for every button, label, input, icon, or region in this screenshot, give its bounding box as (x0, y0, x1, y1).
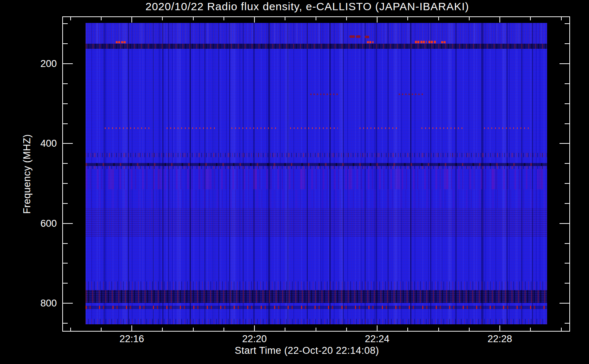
plot-frame (62, 16, 570, 332)
y-tick-label: 600 (21, 218, 57, 229)
x-tick-label: 22:28 (474, 333, 525, 345)
y-tick-label: 200 (21, 58, 57, 70)
x-axis-title: Start Time (22-Oct-20 22:14:08) (235, 345, 379, 356)
y-axis-title: Frequency (MHZ) (21, 134, 33, 214)
x-tick-label: 22:24 (352, 333, 403, 345)
x-tick-label: 22:16 (106, 333, 157, 345)
spectrogram-page: 2020/10/22 Radio flux density, e-CALLIST… (0, 0, 589, 364)
y-tick-label: 800 (21, 297, 57, 309)
x-tick-label: 22:20 (229, 333, 280, 345)
chart-title: 2020/10/22 Radio flux density, e-CALLIST… (145, 0, 469, 13)
